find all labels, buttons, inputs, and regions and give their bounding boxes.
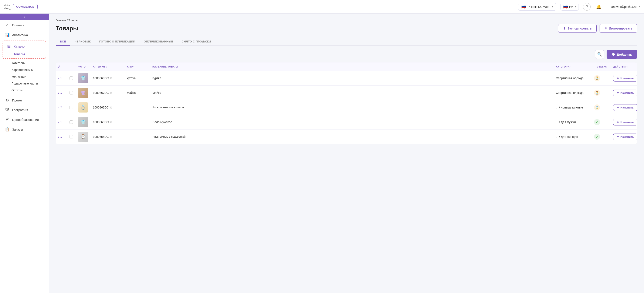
col-header-key: КЛЮЧ [125,65,151,68]
check-cell-1[interactable] [66,76,76,80]
lang-selector[interactable]: 🇷🇺 РУ ▾ [560,3,579,10]
edit-button-4[interactable]: ✏ Изменить [613,119,637,125]
orders-icon: 📋 [5,127,10,132]
col-header-status: СТАТУС [592,65,612,68]
key-cell-1: куртка [125,76,151,80]
photo-cell-1: 👕 [76,73,91,83]
expand-cell-3[interactable]: ∨ 2 [56,106,66,109]
sidebar-subitem-categories[interactable]: Категории [0,60,49,66]
check-cell-2[interactable] [66,91,76,94]
action-cell-5: ✏ Изменить [612,134,637,140]
sidebar-subitem-products[interactable]: Товары [3,51,46,57]
promo-icon: ⚙ [5,98,10,103]
tab-all[interactable]: ВСЕ [56,38,70,46]
expand-cell-5[interactable]: ∨ 1 [56,135,66,138]
geography-icon: 🗺 [5,108,10,112]
row-checkbox-3[interactable] [70,106,73,109]
sidebar-item-analytics[interactable]: 📊 Аналитика [0,30,49,40]
expand-toggle-2[interactable]: ∨ 1 [58,91,64,94]
sidebar-item-home-label: Главная [12,23,24,27]
tab-ready[interactable]: ГОТОВО К ПУБЛИКАЦИИ [95,38,140,46]
market-selector[interactable]: 🇷🇺 Рынок: DC Web ▾ [518,3,556,10]
add-product-button[interactable]: ⊕ Добавить [606,50,637,59]
add-icon: ⊕ [612,52,615,57]
status-cell-4: ✓ [592,119,612,125]
logo-area: digital chief_ COMMERCE [4,3,38,10]
status-badge-3: ⏳ [594,104,600,110]
expand-cell-1[interactable]: ∨ 1 [56,77,66,80]
product-image-5: ⌚ [78,132,88,142]
market-flag: 🇷🇺 [521,4,526,9]
breadcrumb: Главная / Товары [56,19,637,22]
expand-chevron-icon-5: ∨ [58,135,60,138]
expand-cell-2[interactable]: ∨ 1 [56,91,66,94]
row-checkbox-4[interactable] [70,120,73,124]
sidebar-subitem-stock[interactable]: Остатки [0,87,49,94]
sidebar-item-catalog-label: Каталог [14,44,26,48]
photo-cell-2: 👚 [76,88,91,98]
col-header-category: КАТЕГОРИЯ [554,65,592,68]
breadcrumb-home[interactable]: Главная [56,19,66,22]
row-checkbox-2[interactable] [70,91,73,94]
key-cell-2: Майка [125,91,151,94]
row-checkbox-5[interactable] [70,135,73,138]
main-content: Главная / Товары Товары ⬆ Экспортировать… [49,13,644,293]
commerce-badge: COMMERCE [13,4,38,9]
copy-sku-icon-2[interactable]: ⧉ [110,91,112,95]
home-icon: ⌂ [5,23,10,27]
expand-toggle-1[interactable]: ∨ 1 [58,77,64,80]
sidebar-item-catalog[interactable]: ⊞ Каталог [3,42,46,51]
col-header-photo: ФОТО [76,65,91,68]
edit-icon-5: ✏ [617,135,619,138]
notifications-button[interactable]: 🔔 [595,3,602,10]
edit-button-2[interactable]: ✏ Изменить [613,90,637,96]
user-menu[interactable]: anova1@pochta.ru ▾ [607,5,640,8]
sidebar-subitem-characteristics[interactable]: Характеристики [0,66,49,73]
sidebar-item-pricing[interactable]: ₽ Ценообразование [0,115,49,124]
tab-published[interactable]: ОПУБЛИКОВАННЫЕ [140,38,177,46]
import-button[interactable]: ⬇ Импортировать [600,24,637,33]
product-img-placeholder-3: 💍 [80,105,86,110]
edit-icon-3: ✏ [617,106,619,109]
tab-draft[interactable]: ЧЕРНОВИК [70,38,95,46]
sidebar-collapse-button[interactable]: ‹ [0,13,49,20]
sidebar-item-orders[interactable]: 📋 Заказы [0,124,49,134]
expand-chevron-icon-4: ∨ [58,121,60,124]
expand-toggle-4[interactable]: ∨ 1 [58,121,64,124]
check-cell-3[interactable] [66,106,76,109]
check-cell-4[interactable] [66,120,76,124]
col-header-sku[interactable]: АРТИКУЛ ↓ [91,65,125,68]
copy-sku-icon-1[interactable]: ⧉ [110,76,112,80]
sidebar-subitem-collections[interactable]: Коллекции [0,73,49,80]
copy-sku-icon-3[interactable]: ⧉ [110,106,112,109]
help-button[interactable]: ? [583,3,591,10]
check-cell-5[interactable] [66,135,76,138]
sidebar-item-home[interactable]: ⌂ Главная [0,20,49,30]
edit-button-1[interactable]: ✏ Изменить [613,75,637,81]
table-row: ∨ 1 👚 [56,86,637,100]
search-button[interactable]: 🔍 [595,50,604,59]
expand-toggle-5[interactable]: ∨ 1 [58,135,64,138]
sidebar-item-promo[interactable]: ⚙ Промо [0,95,49,105]
copy-sku-icon-4[interactable]: ⧉ [110,120,112,124]
col-header-check[interactable] [66,65,76,68]
product-image-3: 💍 [78,102,88,112]
export-button[interactable]: ⬆ Экспортировать [558,24,596,33]
edit-button-5[interactable]: ✏ Изменить [613,134,637,140]
action-cell-4: ✏ Изменить [612,119,637,125]
catalog-section: ⊞ Каталог Товары [2,40,46,59]
row-checkbox-1[interactable] [70,76,73,80]
edit-button-3[interactable]: ✏ Изменить [613,104,637,111]
col-header-actions: ДЕЙСТВИЯ [612,65,637,68]
table-row: ∨ 1 👕 [56,115,637,129]
expand-cell-4[interactable]: ∨ 1 [56,121,66,124]
product-img-placeholder-4: 👕 [80,120,86,125]
select-all-checkbox[interactable] [68,65,71,68]
sidebar-item-geography[interactable]: 🗺 География [0,105,49,115]
copy-sku-icon-5[interactable]: ⧉ [110,135,112,139]
lang-flag: 🇷🇺 [563,4,568,9]
sidebar-subitem-gift-cards[interactable]: Подарочные карты [0,80,49,87]
expand-toggle-3[interactable]: ∨ 2 [58,106,64,109]
tab-removed[interactable]: СНЯТО С ПРОДАЖИ [178,38,215,46]
market-chevron-icon: ▾ [552,5,553,8]
